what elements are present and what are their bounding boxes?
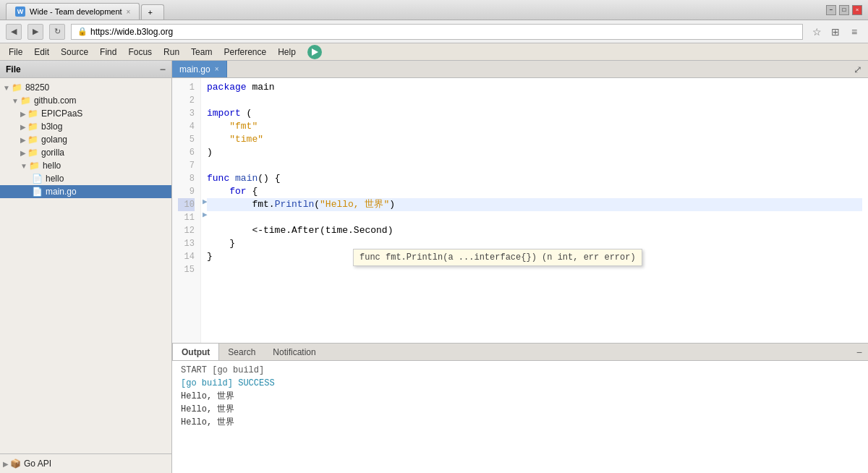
menu-focus[interactable]: Focus (122, 45, 158, 59)
tab-title: Wide - Team development (30, 7, 122, 16)
tree-item-b3log[interactable]: ▶ 📁 b3log (0, 120, 171, 133)
tree-item-go-api[interactable]: ▶ 📦 Go API (0, 457, 171, 470)
tab-close-icon[interactable]: × (127, 8, 131, 16)
line-num-12: 12 (178, 224, 195, 237)
editor-tab-close-icon[interactable]: × (215, 65, 219, 73)
code-line-7 (207, 159, 862, 172)
code-line-8: func main() { (207, 172, 862, 185)
tree-item-gorilla[interactable]: ▶ 📁 gorilla (0, 146, 171, 159)
maximize-window-button[interactable]: □ (839, 5, 849, 15)
bottom-tabs: Output Search Notification − (172, 344, 868, 361)
app-container: File − ▼ 📁 88250 ▼ 📁 github.com ▶ (0, 61, 868, 473)
run-triangle-icon (312, 48, 318, 56)
tree-item-golang[interactable]: ▶ 📁 golang (0, 133, 171, 146)
tree-item-hello-file[interactable]: 📄 hello (0, 172, 171, 185)
tree-label-root: 88250 (25, 82, 49, 93)
menu-run[interactable]: Run (158, 45, 185, 59)
minimize-window-button[interactable]: − (826, 5, 836, 15)
menu-help[interactable]: Help (272, 45, 302, 59)
output-line-1: Hello, 世界 (181, 390, 859, 403)
back-button[interactable]: ◀ (6, 24, 22, 40)
app-menubar: File Edit Source Find Focus Run Team Per… (0, 43, 868, 61)
refresh-button[interactable]: ↻ (49, 24, 65, 40)
tree-arrow-root: ▼ (3, 84, 10, 92)
tab-output[interactable]: Output (172, 344, 219, 360)
line-num-11: 11 (178, 211, 195, 224)
code-line-5: "time" (207, 133, 862, 146)
code-line-6: ) (207, 146, 862, 159)
autocomplete-popup: func fmt.Println(a ...interface{}) (n in… (353, 249, 642, 266)
tab-search[interactable]: Search (219, 344, 264, 360)
code-line-2 (207, 94, 862, 107)
line-num-8: 8 (178, 172, 195, 185)
tab-notification[interactable]: Notification (264, 344, 324, 360)
sidebar-minimize-button[interactable]: − (160, 64, 166, 75)
output-line-3: Hello, 世界 (181, 416, 859, 429)
code-editor[interactable]: 1 2 3 4 5 6 7 8 9 10 11 12 13 14 15 (172, 78, 868, 343)
tree-item-main-go[interactable]: 📄 main.go (0, 185, 171, 198)
menu-perference[interactable]: Perference (218, 45, 272, 59)
go-api-section: ▶ 📦 Go API (0, 453, 171, 473)
output-line-2: Hello, 世界 (181, 403, 859, 416)
tree-label-epic: EPICPaaS (41, 108, 82, 119)
tree-label-gorilla: gorilla (41, 148, 64, 158)
menu-edit[interactable]: Edit (28, 45, 55, 59)
tree-label-golang: golang (41, 135, 67, 145)
code-line-12: <-time.After(time.Second) (207, 224, 862, 237)
sidebar-title: File (6, 64, 21, 74)
editor-area: main.go × ⤢ 1 2 3 4 5 6 7 8 9 10 (172, 61, 868, 473)
line-num-6: 6 (178, 146, 195, 159)
window-controls: − □ × (826, 5, 862, 15)
new-tab-button[interactable]: + (141, 4, 164, 20)
browser-tab[interactable]: W Wide - Team development × (6, 3, 140, 20)
menu-source[interactable]: Source (55, 45, 94, 59)
tree-arrow-b3log: ▶ (20, 123, 26, 131)
sidebar: File − ▼ 📁 88250 ▼ 📁 github.com ▶ (0, 61, 172, 473)
tree-item-epic[interactable]: ▶ 📁 EPICPaaS (0, 107, 171, 120)
editor-tabs: main.go × ⤢ (172, 61, 868, 78)
editor-tab-main-go[interactable]: main.go × (172, 61, 227, 77)
menu-find[interactable]: Find (94, 45, 122, 59)
browser-addressbar: ◀ ▶ ↻ 🔒 https://wide.b3log.org ☆ ⊞ ≡ (0, 20, 868, 43)
code-line-10: fmt.Println("Hello, 世界") (207, 198, 862, 211)
run-button[interactable] (307, 45, 322, 59)
line-num-2: 2 (178, 94, 195, 107)
url-text: https://wide.b3log.org (90, 27, 173, 37)
bookmark-icon[interactable]: ☆ (809, 24, 825, 40)
tree-item-github[interactable]: ▼ 📁 github.com (0, 94, 171, 107)
editor-maximize-icon[interactable]: ⤢ (848, 64, 868, 75)
menu-team[interactable]: Team (185, 45, 218, 59)
address-bar[interactable]: 🔒 https://wide.b3log.org (71, 24, 803, 40)
forward-button[interactable]: ▶ (27, 24, 43, 40)
tree-item-root[interactable]: ▼ 📁 88250 (0, 81, 171, 94)
line-num-5: 5 (178, 133, 195, 146)
menu-icon[interactable]: ≡ (846, 24, 862, 40)
tree-arrow-go-api: ▶ (3, 460, 9, 468)
file-tree: ▼ 📁 88250 ▼ 📁 github.com ▶ 📁 EPICPaaS (0, 78, 171, 453)
line-num-15: 15 (178, 263, 195, 276)
tree-arrow-epic: ▶ (20, 110, 26, 118)
tab-area: W Wide - Team development × + (6, 0, 164, 20)
tree-arrow-github: ▼ (12, 97, 19, 105)
editor-tab-label: main.go (179, 64, 210, 74)
tree-arrow-hello-pkg: ▼ (20, 162, 27, 170)
bottom-minimize-button[interactable]: − (851, 346, 868, 358)
extensions-icon[interactable]: ⊞ (827, 24, 843, 40)
line-num-10: 10 (178, 198, 195, 211)
tree-label-github: github.com (34, 95, 77, 106)
line-num-14: 14 (178, 250, 195, 263)
bottom-panel: Output Search Notification − START [go b… (172, 343, 868, 473)
tree-arrow-golang: ▶ (20, 136, 26, 144)
output-line-start: START [go build] (181, 364, 859, 377)
code-line-3: import ( (207, 107, 862, 120)
tree-item-hello-pkg[interactable]: ▼ 📁 hello (0, 159, 171, 172)
code-line-9: for { (207, 185, 862, 198)
line-numbers: 1 2 3 4 5 6 7 8 9 10 11 12 13 14 15 (172, 78, 201, 343)
bottom-content: START [go build] [go build] SUCCESS Hell… (172, 361, 868, 473)
tree-label-b3log: b3log (41, 122, 62, 132)
tree-label-hello-pkg: hello (43, 161, 61, 171)
sidebar-header: File − (0, 61, 171, 78)
close-window-button[interactable]: × (852, 5, 862, 15)
menu-file[interactable]: File (3, 45, 28, 59)
code-line-1: package main (207, 81, 862, 94)
